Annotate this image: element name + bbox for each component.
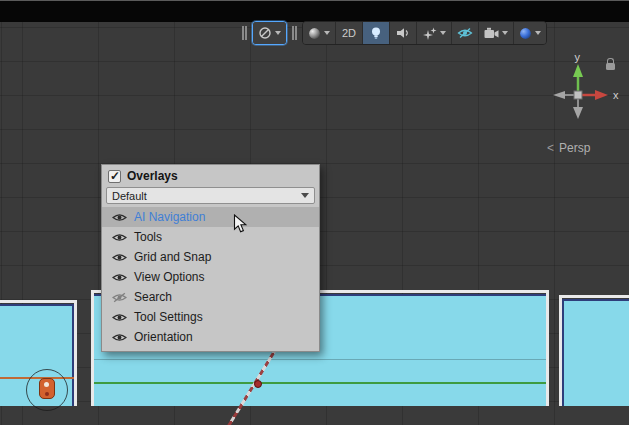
shading-mode-button[interactable]	[303, 22, 336, 44]
camera-icon	[484, 27, 499, 39]
overlay-item-label: Tool Settings	[134, 310, 203, 324]
toolbar-drag-handle[interactable]	[292, 26, 297, 40]
eye-icon	[112, 272, 127, 283]
nav-agent[interactable]	[39, 378, 55, 399]
overlay-item-tools[interactable]: Tools	[102, 227, 319, 247]
overlay-item-view-options[interactable]: View Options	[102, 267, 319, 287]
wall	[0, 300, 77, 303]
path-waypoint-dot	[254, 380, 262, 388]
overlay-item-search[interactable]: Search	[102, 287, 319, 307]
eye-hidden-icon	[112, 292, 127, 303]
mouse-cursor	[233, 214, 247, 234]
overlay-item-label: Tools	[134, 230, 162, 244]
navmesh-link-line	[94, 382, 546, 384]
orientation-gizmo[interactable]: y x	[538, 49, 628, 134]
lightbulb-icon	[369, 26, 383, 40]
eye-icon	[112, 212, 127, 223]
overlays-menu-header: Overlays	[102, 165, 319, 186]
negative-x-cone[interactable]	[553, 91, 565, 99]
toolbar-drag-handle[interactable]	[242, 26, 247, 40]
projection-label: Persp	[559, 141, 590, 155]
overlay-preset-dropdown[interactable]: Default	[106, 187, 315, 204]
wall	[559, 295, 562, 406]
eye-hidden-icon	[457, 27, 473, 39]
overlay-item-ai-navigation[interactable]: AI Navigation	[102, 207, 319, 227]
chevron-down-icon	[275, 31, 281, 35]
overlay-item-tool-settings[interactable]: Tool Settings	[102, 307, 319, 327]
gizmos-dropdown-button[interactable]	[514, 22, 546, 44]
gizmo-sphere-icon	[519, 27, 532, 40]
audio-toggle-button[interactable]	[390, 22, 417, 44]
overlay-item-label: Grid and Snap	[134, 250, 211, 264]
eye-icon	[112, 332, 127, 343]
negative-y-cone[interactable]	[573, 107, 583, 119]
chevron-down-icon	[535, 31, 541, 35]
wall	[546, 290, 549, 406]
overlay-preset-value: Default	[112, 190, 147, 202]
scene-toolbar: 2D	[242, 21, 547, 45]
chevron-down-icon	[502, 31, 508, 35]
x-axis-label: x	[613, 89, 619, 101]
overlays-toolbar-button[interactable]	[253, 22, 286, 44]
2d-label: 2D	[342, 27, 356, 39]
lock-icon[interactable]	[606, 63, 615, 70]
chevron-left-icon: <	[547, 141, 554, 155]
scene-void	[0, 1, 629, 22]
eye-icon	[112, 232, 127, 243]
effects-dropdown-button[interactable]	[417, 22, 452, 44]
chevron-down-icon	[440, 31, 446, 35]
x-axis-cone[interactable]	[595, 90, 608, 100]
overlay-item-label: AI Navigation	[134, 210, 205, 224]
y-axis-cone[interactable]	[573, 64, 583, 77]
overlay-item-grid-and-snap[interactable]: Grid and Snap	[102, 247, 319, 267]
overlay-item-label: Search	[134, 290, 172, 304]
view-options-button-group: 2D	[302, 21, 547, 45]
projection-toggle[interactable]: < Persp	[547, 141, 590, 155]
overlay-item-label: Orientation	[134, 330, 193, 344]
eye-icon	[112, 252, 127, 263]
overlays-button-group	[252, 21, 287, 45]
camera-overlay-button[interactable]	[479, 22, 514, 44]
scene-visibility-button[interactable]	[452, 22, 479, 44]
overlays-dropdown-icon	[258, 26, 272, 40]
gizmo-center-cube[interactable]	[574, 91, 582, 99]
2d-toggle-button[interactable]: 2D	[336, 22, 363, 44]
overlays-enabled-checkbox[interactable]	[108, 170, 121, 183]
overlay-item-orientation[interactable]: Orientation	[102, 327, 319, 347]
wall	[74, 300, 77, 406]
floor-seam-line	[94, 359, 546, 360]
effects-stars-icon	[422, 27, 437, 40]
chevron-down-icon	[301, 193, 309, 198]
navmesh-surface-right	[562, 299, 629, 406]
chevron-down-icon	[324, 31, 330, 35]
overlay-item-label: View Options	[134, 270, 204, 284]
wall	[559, 295, 629, 298]
wall	[91, 290, 94, 406]
unity-scene-view: 2D	[0, 0, 629, 425]
lighting-toggle-button[interactable]	[363, 22, 390, 44]
shaded-sphere-icon	[308, 27, 321, 40]
overlays-menu: Overlays Default AI Navigation Tools Gri…	[101, 164, 320, 352]
y-axis-label: y	[575, 51, 581, 63]
speaker-icon	[396, 27, 410, 39]
eye-icon	[112, 312, 127, 323]
overlays-menu-title: Overlays	[127, 169, 178, 183]
